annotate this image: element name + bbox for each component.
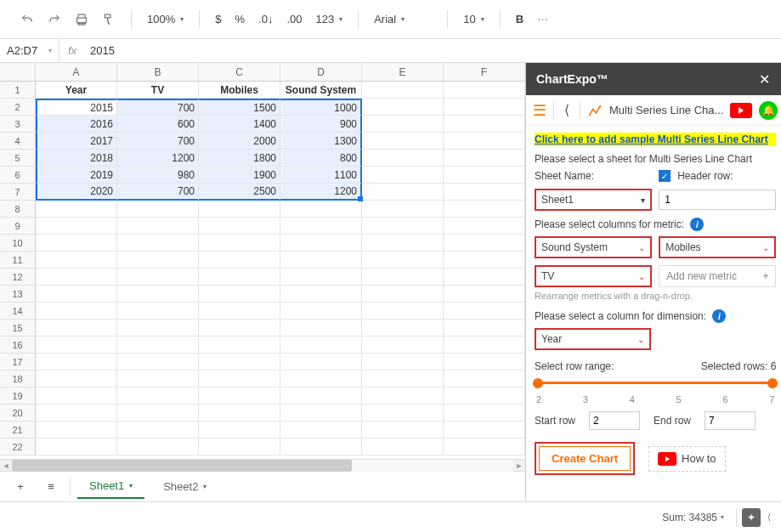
cell[interactable] <box>362 286 444 303</box>
cell[interactable] <box>444 354 525 371</box>
row-header[interactable]: 17 <box>0 354 36 371</box>
sum-display[interactable]: Sum: 34385 <box>655 508 731 527</box>
row-header[interactable]: 9 <box>0 218 36 235</box>
currency-button[interactable]: $ <box>210 13 226 25</box>
cell[interactable] <box>117 337 199 354</box>
cell[interactable]: 700 <box>117 99 199 116</box>
cell[interactable] <box>36 320 117 337</box>
cell[interactable]: 980 <box>117 167 199 184</box>
start-row-input[interactable] <box>589 411 640 430</box>
cell[interactable] <box>444 150 525 167</box>
cell[interactable] <box>36 286 117 303</box>
cell[interactable] <box>199 201 280 218</box>
cell[interactable] <box>199 269 280 286</box>
header-row-checkbox[interactable]: ✓ <box>659 170 671 182</box>
cell[interactable] <box>362 201 444 218</box>
cell[interactable] <box>280 201 362 218</box>
cell[interactable]: 2017 <box>36 133 117 150</box>
cell[interactable] <box>117 269 199 286</box>
row-header[interactable]: 20 <box>0 405 36 422</box>
sheet-tab-1[interactable]: Sheet1▾ <box>77 474 144 499</box>
cell[interactable] <box>199 439 280 456</box>
row-header[interactable]: 16 <box>0 337 36 354</box>
cell[interactable]: 700 <box>117 133 199 150</box>
sheet-tab-2[interactable]: Sheet2▾ <box>151 475 218 498</box>
cell[interactable] <box>280 303 362 320</box>
row-header[interactable]: 18 <box>0 371 36 388</box>
row-header[interactable]: 19 <box>0 388 36 405</box>
cell[interactable]: 1900 <box>199 167 280 184</box>
cell[interactable]: 2016 <box>36 116 117 133</box>
cell[interactable] <box>280 439 362 456</box>
dimension-dropdown[interactable]: Year⌄ <box>535 328 651 350</box>
cell[interactable]: 1500 <box>199 99 280 116</box>
cell[interactable] <box>444 405 525 422</box>
cell[interactable]: 2015 <box>36 99 117 116</box>
fill-handle[interactable] <box>358 196 363 201</box>
cell[interactable] <box>362 303 444 320</box>
row-header[interactable]: 21 <box>0 422 36 439</box>
cell[interactable] <box>362 354 444 371</box>
metric-dropdown-2[interactable]: Mobiles⌄ <box>659 236 776 258</box>
more-formats-dropdown[interactable]: 123 <box>310 13 348 25</box>
cell[interactable]: 2500 <box>199 184 280 201</box>
cell[interactable] <box>199 422 280 439</box>
cell[interactable] <box>117 388 199 405</box>
cell[interactable] <box>362 252 444 269</box>
cell[interactable] <box>280 422 362 439</box>
cell[interactable]: 1200 <box>280 184 362 201</box>
cell[interactable] <box>444 201 525 218</box>
cell[interactable] <box>36 354 117 371</box>
cell[interactable] <box>36 405 117 422</box>
end-row-input[interactable] <box>705 411 756 430</box>
bold-button[interactable]: B <box>511 13 529 25</box>
add-sample-link[interactable]: Click here to add sample Multi Series Li… <box>535 133 776 146</box>
cell[interactable] <box>362 422 444 439</box>
slider-knob-start[interactable] <box>533 378 543 388</box>
print-button[interactable] <box>70 8 93 31</box>
cell[interactable]: Mobiles <box>199 82 280 99</box>
cell[interactable] <box>280 388 362 405</box>
metric-dropdown-3[interactable]: TV⌄ <box>535 265 652 287</box>
zoom-dropdown[interactable]: 100% <box>142 13 189 25</box>
cell[interactable]: 2018 <box>36 150 117 167</box>
cell[interactable] <box>444 388 525 405</box>
row-header[interactable]: 3 <box>0 116 36 133</box>
cell[interactable] <box>362 269 444 286</box>
cell[interactable] <box>199 371 280 388</box>
cell[interactable] <box>117 422 199 439</box>
cell[interactable] <box>199 320 280 337</box>
cell[interactable] <box>362 133 444 150</box>
cell[interactable]: 2020 <box>36 184 117 201</box>
metric-info-icon[interactable]: i <box>690 218 704 231</box>
all-sheets-button[interactable]: ≡ <box>39 475 63 499</box>
cell[interactable] <box>362 184 444 201</box>
row-range-slider[interactable] <box>535 377 776 389</box>
cell[interactable]: 1200 <box>117 150 199 167</box>
cell[interactable] <box>362 82 444 99</box>
cell[interactable]: 2000 <box>199 133 280 150</box>
cell[interactable]: Year <box>36 82 117 99</box>
cell[interactable] <box>36 201 117 218</box>
cell[interactable] <box>117 439 199 456</box>
cell[interactable] <box>36 303 117 320</box>
cell[interactable] <box>117 354 199 371</box>
cell[interactable] <box>36 337 117 354</box>
select-all-cell[interactable] <box>0 63 36 82</box>
add-sheet-button[interactable]: + <box>8 475 32 499</box>
cell[interactable] <box>362 99 444 116</box>
cell[interactable] <box>117 235 199 252</box>
sheet-name-dropdown[interactable]: Sheet1▾ <box>535 189 652 211</box>
cell[interactable] <box>362 116 444 133</box>
row-header[interactable]: 5 <box>0 150 36 167</box>
row-header[interactable]: 14 <box>0 303 36 320</box>
cell[interactable] <box>362 235 444 252</box>
cell[interactable] <box>199 303 280 320</box>
cell[interactable] <box>117 218 199 235</box>
cell[interactable] <box>199 354 280 371</box>
create-chart-button[interactable]: Create Chart <box>539 446 631 471</box>
cell[interactable] <box>280 286 362 303</box>
column-header[interactable]: B <box>117 63 199 82</box>
close-panel-button[interactable]: ✕ <box>754 71 774 88</box>
cell[interactable] <box>444 269 525 286</box>
